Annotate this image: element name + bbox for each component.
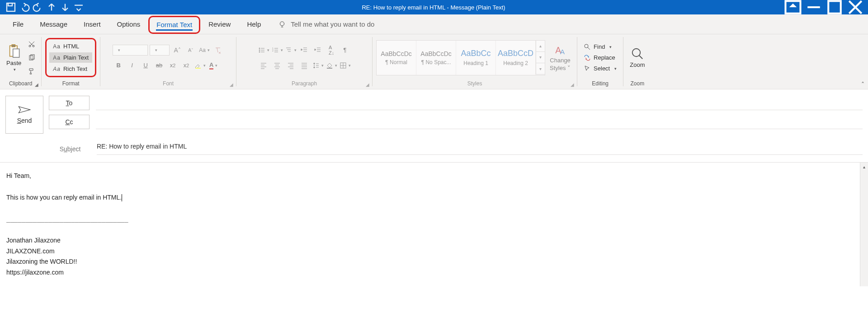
style-heading-2[interactable]: AaBbCcDHeading 2: [496, 41, 536, 75]
body-line: https://jilaxzone.com: [6, 267, 862, 278]
svg-point-23: [632, 49, 641, 57]
cc-button[interactable]: Cc: [49, 115, 90, 129]
tab-review[interactable]: Review: [200, 14, 239, 34]
to-button[interactable]: To: [49, 96, 90, 110]
decrease-font-icon[interactable]: A˅: [185, 44, 197, 56]
redo-icon[interactable]: [33, 2, 43, 13]
font-color-icon[interactable]: A▾: [208, 60, 219, 71]
select-button[interactable]: Select▾: [581, 64, 619, 73]
subscript-button[interactable]: x2: [167, 60, 179, 71]
dialog-launcher-icon[interactable]: ◢: [33, 81, 40, 88]
send-button[interactable]: Send: [5, 96, 43, 134]
font-size-combo[interactable]: ▾: [150, 45, 170, 56]
cut-button[interactable]: [26, 38, 38, 50]
chevron-down-icon[interactable]: ▾: [536, 52, 545, 63]
underline-button[interactable]: U: [140, 60, 151, 71]
format-options: AaHTML AaPlain Text AaRich Text: [45, 38, 96, 77]
numbering-icon[interactable]: 12▾: [271, 44, 283, 56]
tab-help[interactable]: Help: [239, 14, 269, 34]
align-right-icon[interactable]: [285, 60, 297, 71]
format-html[interactable]: AaHTML: [49, 41, 92, 51]
format-painter-button[interactable]: [26, 65, 38, 77]
change-styles-button[interactable]: AA Change Styles ˅: [547, 42, 573, 73]
superscript-button[interactable]: x2: [180, 60, 192, 71]
scroll-up-icon[interactable]: ▴: [860, 163, 868, 171]
close-button[interactable]: [845, 0, 865, 14]
to-input[interactable]: [96, 96, 863, 110]
show-marks-icon[interactable]: ¶: [339, 44, 351, 56]
subject-input[interactable]: RE: How to reply email in HTML: [97, 143, 863, 155]
svg-rect-12: [195, 68, 201, 69]
svg-point-4: [280, 22, 284, 26]
change-case-icon[interactable]: Aa▾: [198, 44, 210, 56]
sort-icon[interactable]: AZ↓: [326, 44, 337, 56]
ribbon-display-options-icon[interactable]: [783, 0, 803, 14]
strikethrough-button[interactable]: ab: [153, 60, 165, 71]
group-label: Editing: [592, 79, 609, 88]
line-spacing-icon[interactable]: ▾: [312, 60, 324, 71]
svg-rect-6: [12, 45, 15, 47]
tab-insert[interactable]: Insert: [75, 14, 109, 34]
vertical-scrollbar[interactable]: ▴: [860, 163, 868, 286]
increase-font-icon[interactable]: A˄: [171, 44, 183, 56]
replace-button[interactable]: Replace: [581, 53, 618, 62]
dialog-launcher-icon[interactable]: ◢: [364, 81, 371, 88]
group-label: Zoom: [631, 79, 645, 88]
cc-input[interactable]: [96, 115, 863, 129]
svg-rect-7: [13, 49, 19, 57]
undo-icon[interactable]: [19, 2, 30, 13]
message-body[interactable]: Hi Team, This is how you can reply email…: [0, 162, 868, 286]
decrease-indent-icon[interactable]: [298, 44, 310, 56]
align-left-icon[interactable]: [258, 60, 269, 71]
subject-label: Subject: [50, 145, 90, 153]
save-icon[interactable]: [5, 2, 16, 13]
tab-file[interactable]: File: [5, 14, 32, 34]
paste-button[interactable]: Paste ▾: [4, 42, 24, 74]
group-zoom: Zoom Zoom: [623, 34, 651, 89]
body-line: Hi Team,: [6, 171, 862, 182]
dialog-launcher-icon[interactable]: ◢: [228, 81, 235, 88]
group-label: Paragraph: [292, 79, 317, 88]
more-icon[interactable]: ▾: [536, 63, 545, 75]
style-normal[interactable]: AaBbCcDc¶ Normal: [377, 41, 416, 75]
collapse-ribbon-icon[interactable]: ˄: [861, 81, 864, 88]
increase-indent-icon[interactable]: [312, 44, 324, 56]
justify-icon[interactable]: [298, 60, 310, 71]
tell-me-search[interactable]: Tell me what you want to do: [278, 20, 374, 28]
group-label: Styles: [467, 79, 482, 88]
tab-options[interactable]: Options: [109, 14, 149, 34]
format-plain-text[interactable]: AaPlain Text: [49, 52, 92, 63]
group-paragraph: ▾ 12▾ ▾ AZ↓ ¶ ▾ ▾ ▾ Paragraph ◢: [236, 34, 372, 89]
change-styles-label: Change: [550, 57, 571, 64]
group-editing: Find▾ Replace Select▾ Editing: [577, 34, 623, 89]
bullets-icon[interactable]: ▾: [258, 44, 269, 56]
customize-qat-icon[interactable]: [73, 2, 84, 13]
down-arrow-icon: [60, 2, 71, 13]
clear-formatting-icon[interactable]: [212, 44, 224, 56]
dialog-launcher-icon[interactable]: ◢: [569, 81, 576, 88]
style-heading-1[interactable]: AaBbCcHeading 1: [456, 41, 496, 75]
style-gallery[interactable]: AaBbCcDc¶ Normal AaBbCcDc¶ No Spac... Aa…: [376, 40, 545, 75]
align-center-icon[interactable]: [271, 60, 283, 71]
maximize-button[interactable]: [825, 0, 844, 14]
zoom-button[interactable]: Zoom: [627, 45, 647, 70]
tab-message[interactable]: Message: [32, 14, 75, 34]
font-name-combo[interactable]: ▾: [113, 45, 148, 56]
tell-me-placeholder: Tell me what you want to do: [291, 20, 374, 28]
italic-button[interactable]: I: [126, 60, 138, 71]
compose-header: Send To Cc: [0, 89, 868, 134]
multilevel-list-icon[interactable]: ▾: [285, 44, 297, 56]
copy-button[interactable]: [26, 52, 38, 64]
borders-icon[interactable]: ▾: [339, 60, 351, 71]
minimize-button[interactable]: [804, 0, 824, 14]
gallery-scroll[interactable]: ▴▾▾: [536, 41, 545, 75]
bold-button[interactable]: B: [113, 60, 124, 71]
find-button[interactable]: Find▾: [581, 42, 614, 51]
style-no-spacing[interactable]: AaBbCcDc¶ No Spac...: [416, 41, 456, 75]
highlight-color-icon[interactable]: ▾: [194, 60, 206, 71]
body-line: This is how you can reply email in HTML.: [6, 192, 862, 203]
format-rich-text[interactable]: AaRich Text: [49, 64, 92, 74]
chevron-up-icon[interactable]: ▴: [536, 41, 545, 52]
tab-format-text[interactable]: Format Text: [148, 16, 200, 34]
shading-icon[interactable]: ▾: [326, 60, 337, 71]
